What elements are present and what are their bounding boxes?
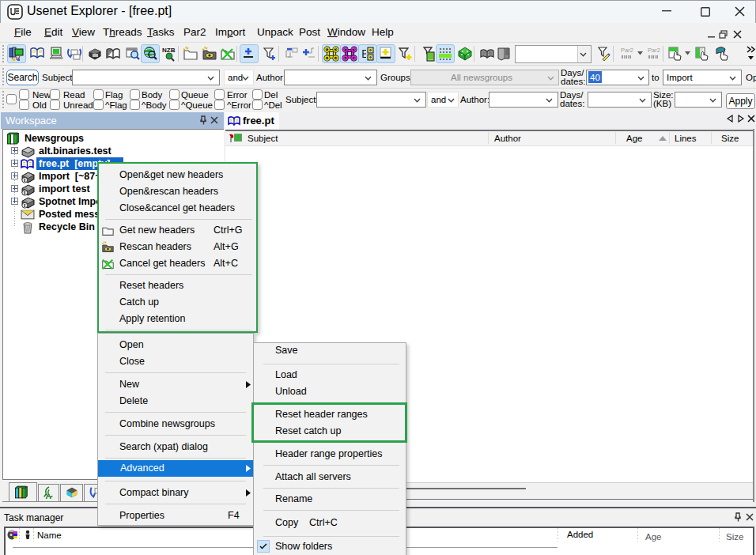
svg-text:NZB: NZB [162,47,176,54]
svg-text:Par2: Par2 [621,47,633,54]
svg-text:Par2: Par2 [648,47,660,54]
